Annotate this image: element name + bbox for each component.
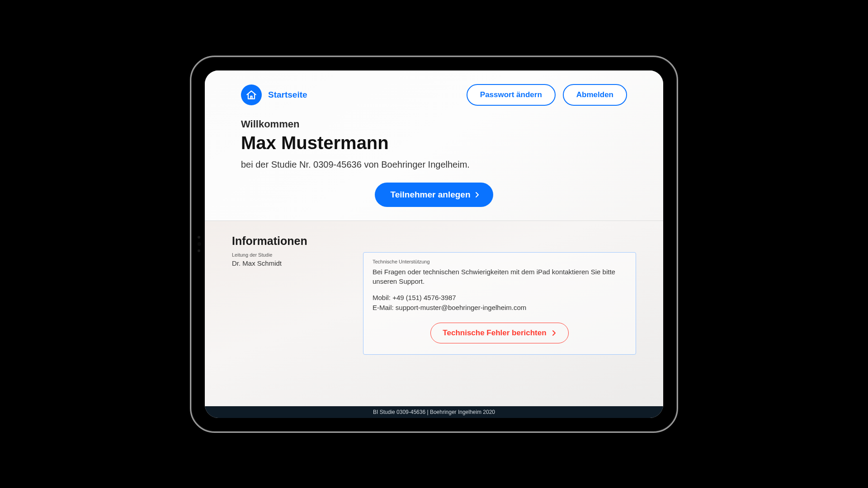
report-error-label: Technische Fehler berichten [443, 328, 546, 338]
top-section: Startseite Passwort ändern Abmelden Will… [205, 70, 663, 221]
tablet-frame: Startseite Passwort ändern Abmelden Will… [190, 56, 678, 433]
welcome-greeting: Willkommen [241, 118, 627, 130]
study-lead-label: Leitung der Studie [232, 252, 331, 258]
header-bar: Startseite Passwort ändern Abmelden [241, 84, 627, 106]
footer-text: BI Studie 0309-45636 | Boehringer Ingelh… [373, 409, 495, 415]
study-line: bei der Studie Nr. 0309-45636 von Boehri… [241, 160, 627, 170]
logout-button[interactable]: Abmelden [563, 84, 627, 106]
support-label: Technische Unterstützung [373, 259, 627, 264]
footer-bar: BI Studie 0309-45636 | Boehringer Ingelh… [205, 406, 663, 418]
study-lead-block: Leitung der Studie Dr. Max Schmidt [232, 252, 331, 355]
user-name: Max Mustermann [241, 133, 627, 153]
screen: Startseite Passwort ändern Abmelden Will… [205, 70, 663, 418]
info-title: Informationen [232, 235, 636, 248]
support-text: Bei Fragen oder technischen Schwierigkei… [373, 267, 627, 287]
home-icon [241, 84, 262, 105]
chevron-right-icon [475, 192, 480, 198]
home-button[interactable]: Startseite [241, 84, 307, 105]
info-section: Informationen Leitung der Studie Dr. Max… [205, 221, 663, 406]
support-email: E-Mail: support-muster@boehringer-ingelh… [373, 303, 627, 313]
support-mobile: Mobil: +49 (151) 4576-3987 [373, 293, 627, 303]
support-card: Technische Unterstützung Bei Fragen oder… [363, 252, 636, 355]
chevron-right-icon [552, 330, 557, 336]
change-password-button[interactable]: Passwort ändern [467, 84, 556, 106]
create-participant-button[interactable]: Teilnehmer anlegen [375, 183, 493, 207]
device-camera [198, 236, 201, 252]
home-label: Startseite [268, 90, 307, 100]
study-lead-name: Dr. Max Schmidt [232, 259, 331, 267]
report-error-button[interactable]: Technische Fehler berichten [430, 323, 568, 343]
create-participant-label: Teilnehmer anlegen [390, 190, 470, 200]
